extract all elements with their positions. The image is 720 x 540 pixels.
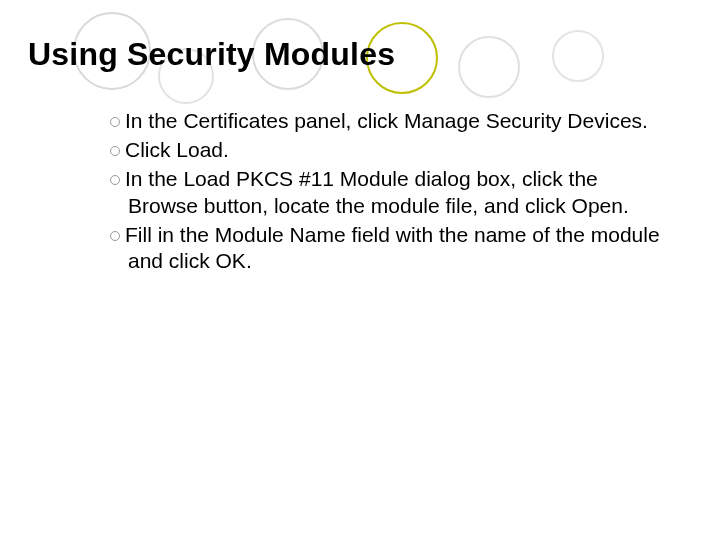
- bullet-icon: [110, 117, 120, 127]
- list-item-text: Fill in the Module Name field with the n…: [125, 223, 660, 273]
- list-item-text: In the Load PKCS #11 Module dialog box, …: [125, 167, 629, 217]
- list-item-text: In the Certificates panel, click Manage …: [125, 109, 648, 132]
- slide-title: Using Security Modules: [28, 36, 395, 73]
- list-item: In the Load PKCS #11 Module dialog box, …: [110, 166, 670, 220]
- list-item: Click Load.: [110, 137, 670, 164]
- list-item-text: Click Load.: [125, 138, 229, 161]
- bullet-icon: [110, 175, 120, 185]
- circle-decoration: [458, 36, 520, 98]
- slide-body: In the Certificates panel, click Manage …: [110, 108, 670, 277]
- bullet-icon: [110, 231, 120, 241]
- list-item: Fill in the Module Name field with the n…: [110, 222, 670, 276]
- list-item: In the Certificates panel, click Manage …: [110, 108, 670, 135]
- bullet-icon: [110, 146, 120, 156]
- circle-decoration: [552, 30, 604, 82]
